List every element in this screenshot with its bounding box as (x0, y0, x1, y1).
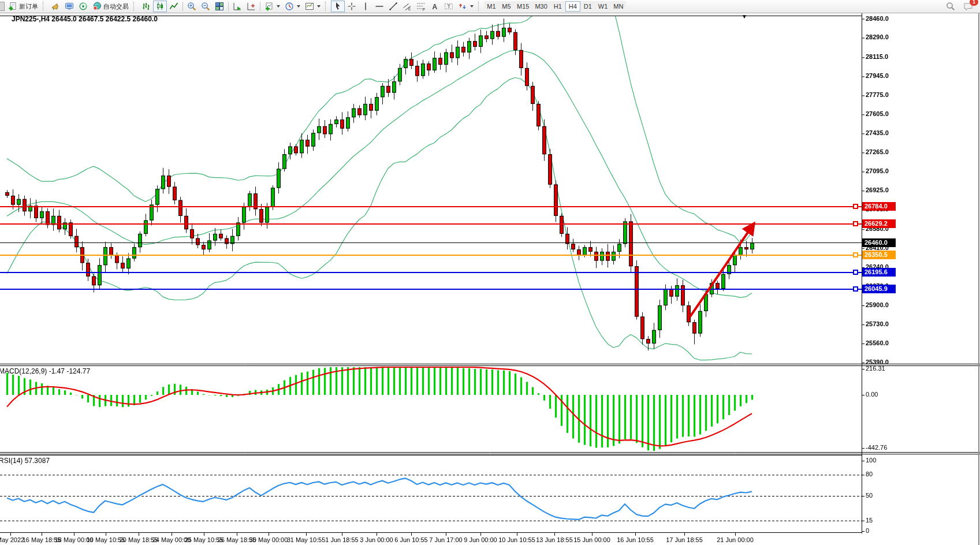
fibonacci-button[interactable]: F (414, 1, 428, 12)
text-icon: A (430, 2, 439, 11)
support-line-2[interactable] (0, 289, 862, 290)
cursor-icon (333, 2, 342, 11)
community-button[interactable] (62, 1, 76, 12)
templates-button[interactable] (303, 1, 323, 12)
auto-trading-button[interactable]: 自动交易 (90, 1, 131, 12)
timeframe-toolbar: M1M5M15M30H1H4D1W1MN (484, 1, 626, 12)
publish-button[interactable] (49, 1, 62, 12)
rsi-axis-label: 15 (866, 517, 873, 524)
time-axis-label: 10 Jun 10:55 (498, 536, 535, 543)
pivot-line-anchor[interactable] (853, 252, 858, 257)
resistance-line-1-anchor[interactable] (853, 204, 858, 209)
svg-text:T: T (448, 3, 451, 9)
price-tag-26784.0: 26784.0 (862, 202, 896, 211)
cursor-button[interactable] (331, 1, 345, 12)
line-chart-icon (169, 2, 178, 11)
fibonacci-icon: F (416, 2, 426, 11)
timeframe-m5-button[interactable]: M5 (499, 1, 514, 12)
tile-windows-icon (215, 2, 224, 11)
price-axis-tick: 28290.0 (866, 33, 889, 40)
timeframe-d1-button[interactable]: D1 (580, 1, 595, 12)
time-axis-label: 31 May 10:55 (287, 536, 326, 543)
tile-windows-button[interactable] (213, 1, 226, 12)
svg-text:F: F (423, 8, 425, 11)
trendline-icon (389, 2, 398, 11)
chart-shift-button[interactable] (244, 1, 258, 12)
timeframe-mn-button[interactable]: MN (610, 1, 626, 12)
pivot-line[interactable] (0, 255, 862, 256)
add-indicator-icon (264, 2, 274, 11)
timeframe-h4-button[interactable]: H4 (565, 1, 580, 12)
svg-text:A: A (433, 3, 438, 11)
dropdown-arrow-icon (317, 5, 321, 8)
horizontal-line-button[interactable] (372, 1, 386, 12)
price-axis-tick: 28460.0 (866, 15, 889, 22)
notification-badge[interactable]: 1 (970, 0, 978, 6)
price-axis-tick: 25900.0 (866, 301, 889, 308)
toolbar-separator (228, 2, 229, 11)
price-axis-tick: 28115.0 (866, 53, 888, 60)
auto-scroll-button[interactable] (230, 1, 244, 12)
macd-axis-label: 0.00 (866, 391, 878, 398)
arrows-button[interactable] (456, 1, 476, 12)
resistance-line-2[interactable] (0, 223, 862, 225)
text-button[interactable]: A (428, 1, 442, 12)
svg-text:E: E (408, 7, 411, 11)
price-tag-26629.2: 26629.2 (862, 219, 896, 228)
price-axis-tick: 27775.0 (866, 91, 889, 98)
periods-button[interactable] (282, 1, 303, 12)
timeframe-m15-button[interactable]: M15 (514, 1, 532, 12)
search-button[interactable] (944, 1, 957, 12)
time-axis-label: 6 Jun 10:55 (394, 536, 428, 543)
indicators-button[interactable] (262, 1, 282, 12)
bar-chart-icon (141, 2, 151, 11)
resistance-line-1[interactable] (0, 206, 862, 207)
time-axis-label: 17 Jun 18:55 (666, 536, 703, 543)
dropdown-arrow-icon (470, 5, 474, 8)
toolbar-separator (182, 2, 183, 11)
timeframe-m30-button[interactable]: M30 (532, 1, 550, 12)
candlestick-type-button[interactable] (153, 1, 167, 12)
time-axis-label: May 2022 (0, 536, 24, 543)
main-toolbar: 新订单 自动交易 E F A T (0, 0, 980, 13)
horizontal-line-icon (375, 2, 384, 11)
bar-chart-type-button[interactable] (139, 1, 153, 12)
auto-scroll-icon (233, 2, 242, 11)
auto-trading-icon (92, 2, 102, 11)
dropdown-arrow-icon (297, 5, 300, 8)
window-right-border (978, 0, 979, 545)
text-label-button[interactable]: T (442, 1, 456, 12)
resistance-line-2-anchor[interactable] (853, 221, 858, 226)
price-axis-tick: 27435.0 (866, 129, 889, 136)
time-axis-label: 30 May 00:00 (249, 536, 288, 543)
trendline-button[interactable] (386, 1, 400, 12)
toolbar-separator (260, 2, 260, 11)
crosshair-button[interactable] (345, 1, 359, 12)
timeframe-m1-button[interactable]: M1 (484, 1, 499, 12)
monitor-icon (65, 2, 74, 11)
current-price-line[interactable] (0, 242, 862, 243)
line-chart-type-button[interactable] (167, 1, 181, 12)
macd-axis-label: -442.76 (866, 444, 887, 451)
chart-shift-marker[interactable]: ▼ (741, 13, 747, 20)
time-axis-label: 16 Jun 10:55 (617, 536, 654, 543)
rsi-label: RSI(14) 57.3087 (0, 457, 50, 465)
signals-button[interactable] (76, 1, 90, 12)
timeframe-w1-button[interactable]: W1 (595, 1, 611, 12)
zoom-out-button[interactable] (199, 1, 213, 12)
toolbar-grip (478, 2, 482, 11)
price-tag-26350.5: 26350.5 (862, 251, 896, 259)
chart-shift-icon (247, 2, 256, 11)
support-line-1[interactable] (0, 272, 862, 273)
zoom-in-button[interactable] (185, 1, 199, 12)
new-order-button[interactable]: 新订单 (6, 1, 40, 12)
equidistant-channel-button[interactable]: E (400, 1, 414, 12)
time-axis-label: 9 Jun 00:00 (464, 536, 497, 543)
toolbar-grip (43, 2, 47, 11)
timeframe-h1-button[interactable]: H1 (550, 1, 565, 12)
vertical-line-button[interactable] (359, 1, 372, 12)
support-line-1-anchor[interactable] (853, 270, 858, 275)
text-label-icon: T (444, 2, 453, 11)
rsi-axis-label: 50 (866, 492, 873, 499)
support-line-2-anchor[interactable] (853, 286, 858, 292)
